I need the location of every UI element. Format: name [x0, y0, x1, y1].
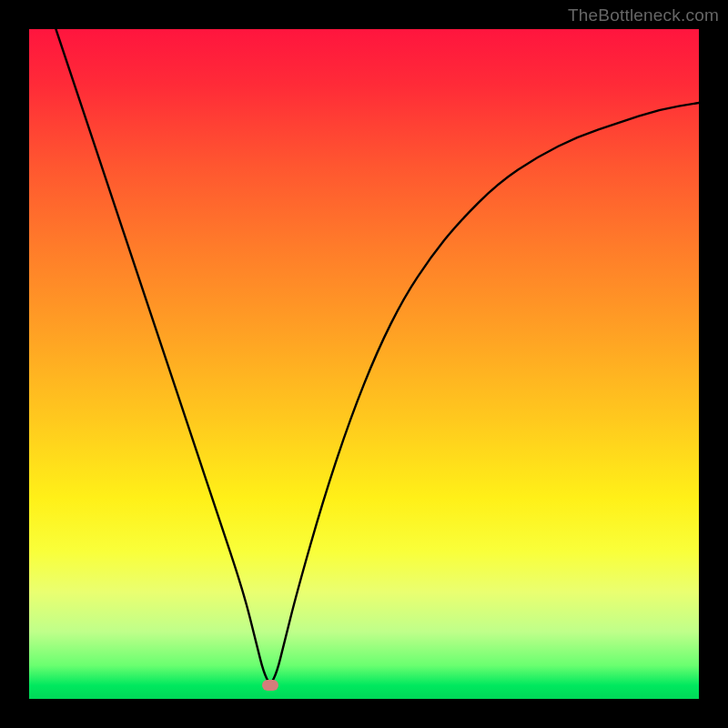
plot-area: [29, 29, 699, 699]
watermark-text: TheBottleneck.com: [568, 5, 719, 25]
minimum-marker: [262, 680, 278, 691]
chart-frame: TheBottleneck.com: [0, 0, 728, 728]
bottleneck-curve: [29, 29, 699, 699]
